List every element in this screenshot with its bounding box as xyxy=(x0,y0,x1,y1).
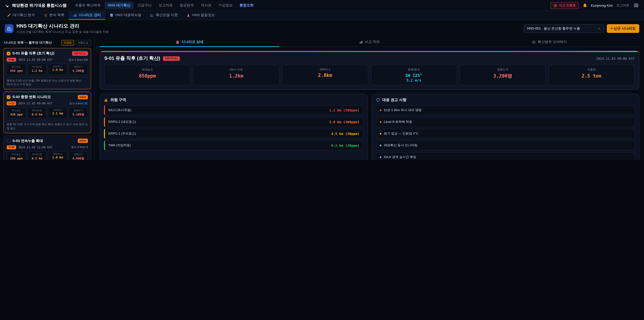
tab-diffusion-overlay[interactable]: 확산범위 오버레이 xyxy=(459,37,639,47)
topbar-right: 사고 진행중 Eunjeong Kim 로그아웃 xyxy=(550,2,639,9)
user-name[interactable]: Eunjeong Kim xyxy=(591,3,613,8)
logo[interactable]: 해양환경 위기대응 통합시스템 xyxy=(5,3,66,8)
detail-body: S-01 유출 직후 (초기 확산) CRITICAL 2024.11.03 0… xyxy=(100,52,639,89)
scenario-stat: ERPG-22.1 km xyxy=(48,108,67,119)
nav-oil-spill-prediction[interactable]: 유출유 확산예측 xyxy=(72,2,104,9)
nav-integrated-search[interactable]: 통합조회 xyxy=(237,2,257,9)
sidebar-header: 시나리오 목록 — 톨루엔 대기확산 시간순 위험도순 xyxy=(3,39,91,48)
nav-emergency-rescue[interactable]: 긴급구난 xyxy=(134,2,155,9)
scenario-stat: 최고농도420 ppm xyxy=(7,108,26,119)
chevron-icon xyxy=(598,27,601,30)
new-scenario-button[interactable]: + 신규 시나리오 xyxy=(607,24,639,33)
detail-stat: 최대농도850ppm xyxy=(104,65,190,85)
scenario-stat-value: 3,200명 xyxy=(70,69,87,73)
content: 시나리오 목록 — 톨루엔 대기확산 시간순 위험도순 S-01 유출 직후 (… xyxy=(0,37,644,160)
scenario-title: S-01 유출 직후 (초기 확산) xyxy=(12,51,70,56)
detail-stat: 유출량2.5 ton xyxy=(548,65,634,85)
page-header-left: HNS 대기확산 시나리오 관리 시간조건별 대기확산 예측 시나리오 비교·검… xyxy=(5,23,109,34)
wing-icon xyxy=(5,3,10,8)
scenario-stat-label: ERPG-2 xyxy=(49,65,66,68)
subtab-analysis-list[interactable]: 분석 목록 xyxy=(39,11,69,20)
shield-icon xyxy=(376,98,380,102)
sidebar-title: 시나리오 목록 — 톨루엔 대기확산 xyxy=(4,41,52,45)
scenario-stat-value: 280 ppm xyxy=(8,157,25,160)
sort-by-risk[interactable]: 위험도순 xyxy=(76,40,91,46)
subtab-hns-manual[interactable]: HNS 대응매뉴얼 xyxy=(105,11,146,20)
incident-status-label: 사고 진행중 xyxy=(559,3,576,8)
scenario-time-row: T+1h2024.11.03 09:00 KST풍속 4.8m/s SE xyxy=(7,102,88,106)
hazard-zone-name: ERPG-2 (대피권고) xyxy=(108,120,136,124)
nav-report-materials[interactable]: 보고자료 xyxy=(156,2,176,9)
scenario-description: 풍향 SE 전환. 주거지역 방향 확산 확대. 영향인구 증가. 대피 범위 … xyxy=(7,121,88,130)
subtab-model-theory[interactable]: 확산모델 이론 xyxy=(146,11,182,20)
detail-stat-value: 3,200명 xyxy=(462,73,544,79)
scenario-datetime: 2024.11.03 11:00 KST xyxy=(18,146,52,149)
hazard-panel-title: 위험 구역 xyxy=(110,97,126,102)
scenario-stat: 최고농도850 ppm xyxy=(7,64,26,75)
recommendation-item: Level B 화학복 착용 xyxy=(376,117,635,127)
incident-icon-slot xyxy=(554,4,557,7)
incident-status-badge[interactable]: 사고 진행중 xyxy=(550,2,579,9)
hazard-zone-row: ERPG-1 (주의경고)4.5 km (50ppm) xyxy=(104,129,363,139)
detail-stat: 영향인구3,200명 xyxy=(460,65,546,85)
hazard-panel-header: 위험 구역 xyxy=(104,97,363,102)
incident-select[interactable]: HNS-001 · 울산 온산항 톨루엔 누출 xyxy=(524,24,604,33)
curve-icon xyxy=(150,13,154,17)
topbar-nav: 유출유 확산예측HNS·대기확산긴급구난보고자료항공탐색게시판기상정보통합조회 xyxy=(72,2,545,9)
topbar: 해양환경 위기대응 통합시스템 유출유 확산예측HNS·대기확산긴급구난보고자료… xyxy=(0,0,644,11)
tab-comparison-chart[interactable]: 비교 차트 xyxy=(280,37,460,47)
scenario-card-s-03[interactable]: S-03 연속누출 확대HIGHT+3h2024.11.03 11:00 KST… xyxy=(3,136,91,160)
subtab-label: 시나리오 관리 xyxy=(79,13,101,18)
subtab-hns-substance-info[interactable]: HNS 물질정보 xyxy=(182,11,219,20)
scenario-stat-value: 4,800명 xyxy=(70,157,87,160)
clipboard-icon xyxy=(176,40,179,44)
scenario-stat-value: 2.8 km xyxy=(49,68,66,72)
scenario-stat-label: 최고농도 xyxy=(8,109,25,112)
page-header: HNS 대기확산 시나리오 관리 시간조건별 대기확산 예측 시나리오 비교·검… xyxy=(0,20,644,37)
detail-stat-value: 2.8km xyxy=(284,73,366,78)
scenario-checkbox[interactable] xyxy=(7,95,10,99)
app-title: 해양환경 위기대응 통합시스템 xyxy=(12,3,66,8)
scenario-datetime: 2024.11.03 08:00 KST xyxy=(18,58,52,61)
subtab-label: 대기확산 분석 xyxy=(13,13,35,18)
scenario-checkbox[interactable] xyxy=(7,139,10,143)
subtab-diffusion-analysis[interactable]: 대기확산 분석 xyxy=(3,11,39,20)
logout-button[interactable]: 로그아웃 xyxy=(616,3,629,8)
recommendations-title: 대응 권고 사항 xyxy=(382,97,406,102)
scenario-stat-value: 420 ppm xyxy=(8,113,25,116)
nav-aerial-search[interactable]: 항공탐색 xyxy=(177,2,197,9)
scenario-stats: 최고농도280 ppmIDLH반경0.5 kmERPG-21.8 km영향인구4… xyxy=(7,151,88,160)
notification-bell[interactable] xyxy=(582,3,587,8)
scenario-stat: 최고농도280 ppm xyxy=(7,151,26,160)
scenario-card-s-02[interactable]: S-02 풍향 변화 시나리오HIGHT+1h2024.11.03 09:00 … xyxy=(3,92,91,133)
sort-by-time[interactable]: 시간순 xyxy=(62,40,74,46)
tab-scenario-detail[interactable]: 시나리오 상세 xyxy=(100,37,280,47)
scenario-stat: IDLH반경0.8 km xyxy=(27,108,46,119)
scenario-sidebar: 시나리오 목록 — 톨루엔 대기확산 시간순 위험도순 S-01 유출 직후 (… xyxy=(0,37,95,160)
page-icon xyxy=(5,24,14,33)
scenario-checkbox[interactable] xyxy=(7,52,10,55)
scenario-card-header: S-03 연속누출 확대HIGH xyxy=(7,139,88,143)
detail-stat-value: 2.5 ton xyxy=(551,73,632,79)
scenario-stats: 최고농도420 ppmIDLH반경0.8 kmERPG-22.1 km영향인구5… xyxy=(7,108,88,119)
scenario-stat-label: 최고농도 xyxy=(8,65,25,69)
scenario-stat-label: IDLH반경 xyxy=(28,109,46,112)
nav-weather-info[interactable]: 기상정보 xyxy=(216,2,236,9)
nav-bulletin-board[interactable]: 게시판 xyxy=(198,2,214,9)
scenario-time-row: T+3h2024.11.03 11:00 KST풍속 3.5m/s S xyxy=(7,145,88,149)
subtab-label: HNS 물질정보 xyxy=(192,13,215,18)
nav-hns-air-diffusion[interactable]: HNS·대기확산 xyxy=(105,2,133,9)
scenario-card-s-01[interactable]: S-01 유출 직후 (초기 확산)CRITICALT+0h2024.11.03… xyxy=(3,48,91,89)
warning-icon xyxy=(104,98,108,102)
recommendation-item: 해양확산 동시 모니터링 xyxy=(376,141,635,150)
detail-stat-value: 1.2km xyxy=(196,73,277,79)
page-subtitle: 시간조건별 대기확산 예측 시나리오 비교·검토 및 대응 의사결정 지원 xyxy=(16,30,109,34)
hazard-zone-row: ERPG-2 (대피권고)2.8 km (300ppm) xyxy=(104,117,363,127)
subtab-scenario-management[interactable]: 시나리오 관리 xyxy=(69,11,105,20)
detail-stat-label: 유출량 xyxy=(551,68,632,72)
scenario-stat-label: 영향인구 xyxy=(70,109,87,112)
scenario-card-header: S-02 풍향 변화 시나리오HIGH xyxy=(7,95,88,100)
hazard-zone-row: TWA (작업허용)6.2 km (20ppm) xyxy=(104,141,363,150)
scenario-stat-value: 5,100명 xyxy=(70,113,87,117)
menu-icon[interactable] xyxy=(633,3,639,8)
